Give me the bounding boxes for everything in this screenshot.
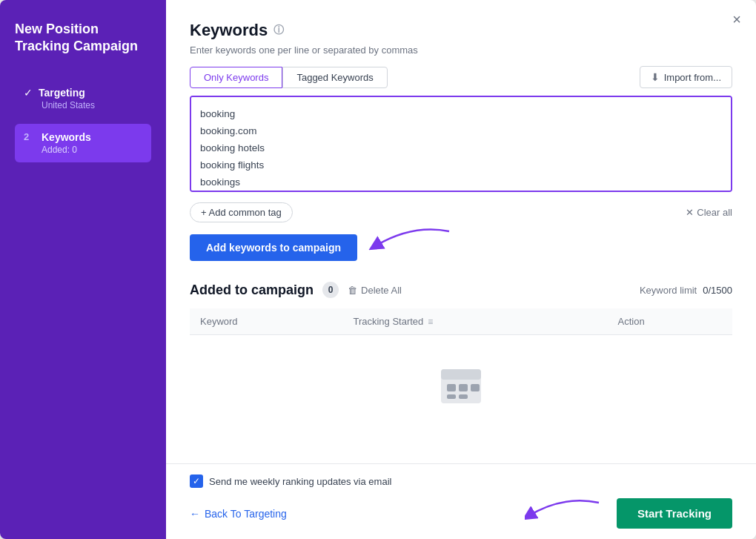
empty-state [190, 335, 732, 429]
back-button[interactable]: ← Back To Targeting [190, 508, 287, 520]
keyword-limit: Keyword limit 0/1500 [640, 285, 732, 296]
tabs-row: Only Keywords Tagged Keywords ⬇ Import f… [190, 66, 732, 88]
sidebar-step-keywords[interactable]: 2 Keywords Added: 0 [15, 124, 151, 162]
keywords-table: Keyword Tracking Started ≡ Action [190, 308, 732, 429]
tags-row: + Add common tag ✕ Clear all [190, 202, 732, 222]
checkbox-check-icon: ✓ [193, 476, 200, 486]
add-tag-button[interactable]: + Add common tag [190, 202, 293, 222]
clear-all-button[interactable]: ✕ Clear all [686, 207, 732, 218]
tab-only-keywords[interactable]: Only Keywords [190, 67, 282, 88]
th-action: Action [607, 308, 732, 335]
info-icon[interactable]: ⓘ [273, 24, 284, 37]
check-icon: ✓ [24, 87, 33, 99]
add-keywords-button[interactable]: Add keywords to campaign [190, 234, 357, 261]
svg-rect-5 [447, 394, 456, 399]
svg-rect-2 [447, 384, 456, 391]
sidebar-step-targeting-sub: United States [24, 100, 142, 110]
back-btn-label: Back To Targeting [205, 508, 287, 520]
step-number: 2 [24, 131, 36, 142]
content-body: Keywords ⓘ Enter keywords one per line o… [166, 0, 756, 463]
main-content: × Keywords ⓘ Enter keywords one per line… [166, 0, 756, 539]
th-tracking-started: Tracking Started ≡ [342, 308, 607, 335]
sidebar-step-keywords-sub: Added: 0 [24, 145, 142, 155]
back-arrow-icon: ← [190, 508, 200, 520]
close-button[interactable]: × [732, 12, 741, 27]
added-to-campaign-section: Added to campaign 0 🗑 Delete All Keyword… [190, 282, 732, 429]
svg-rect-1 [441, 369, 481, 380]
textarea-container: booking booking.com booking hotels booki… [190, 96, 732, 195]
svg-rect-6 [459, 394, 468, 399]
sidebar-step-targeting[interactable]: ✓ Targeting United States [15, 79, 151, 118]
section-description: Enter keywords one per line or separated… [190, 44, 732, 56]
keyword-limit-label: Keyword limit [640, 285, 697, 296]
keywords-textarea[interactable]: booking booking.com booking hotels booki… [190, 96, 732, 192]
table-header-row: Keyword Tracking Started ≡ Action [190, 308, 732, 335]
email-checkbox-label: Send me weekly ranking updates via email [209, 476, 391, 487]
email-checkbox-row: ✓ Send me weekly ranking updates via ema… [190, 474, 732, 488]
added-section-header: Added to campaign 0 🗑 Delete All Keyword… [190, 282, 732, 298]
footer-actions: ← Back To Targeting Start Tracking [190, 498, 732, 529]
import-button[interactable]: ⬇ Import from... [640, 66, 732, 88]
import-icon: ⬇ [651, 71, 660, 83]
empty-row [190, 335, 732, 429]
sidebar: New Position Tracking Campaign ✓ Targeti… [0, 0, 166, 539]
sidebar-step-keywords-label: Keywords [42, 131, 91, 143]
sidebar-title: New Position Tracking Campaign [15, 21, 151, 56]
tabs: Only Keywords Tagged Keywords [190, 67, 388, 88]
added-count-badge: 0 [322, 282, 339, 298]
keyword-limit-value: 0/1500 [703, 285, 732, 296]
svg-rect-3 [459, 384, 468, 391]
add-tag-label: + Add common tag [201, 207, 282, 218]
section-title-text: Keywords [190, 21, 268, 40]
svg-rect-4 [471, 384, 480, 391]
add-keywords-section: Add keywords to campaign [190, 234, 732, 261]
clear-x-icon: ✕ [686, 207, 694, 218]
trash-icon: 🗑 [348, 285, 357, 296]
section-heading: Keywords ⓘ [190, 21, 732, 40]
import-btn-label: Import from... [664, 72, 721, 83]
arrow-annotation [368, 224, 457, 268]
email-checkbox[interactable]: ✓ [190, 474, 203, 488]
sidebar-step-targeting-label: Targeting [39, 87, 85, 99]
modal-footer: ✓ Send me weekly ranking updates via ema… [166, 463, 756, 539]
th-keyword: Keyword [190, 308, 342, 335]
sort-icon[interactable]: ≡ [428, 317, 433, 327]
clear-all-label: Clear all [697, 207, 732, 218]
modal: New Position Tracking Campaign ✓ Targeti… [0, 0, 756, 539]
delete-all-button[interactable]: 🗑 Delete All [348, 285, 402, 296]
tab-tagged-keywords[interactable]: Tagged Keywords [282, 67, 387, 88]
added-title: Added to campaign [190, 282, 314, 298]
start-arrow-annotation [525, 495, 606, 536]
start-tracking-button[interactable]: Start Tracking [617, 498, 732, 529]
empty-state-icon [435, 359, 487, 411]
delete-all-label: Delete All [361, 285, 402, 296]
